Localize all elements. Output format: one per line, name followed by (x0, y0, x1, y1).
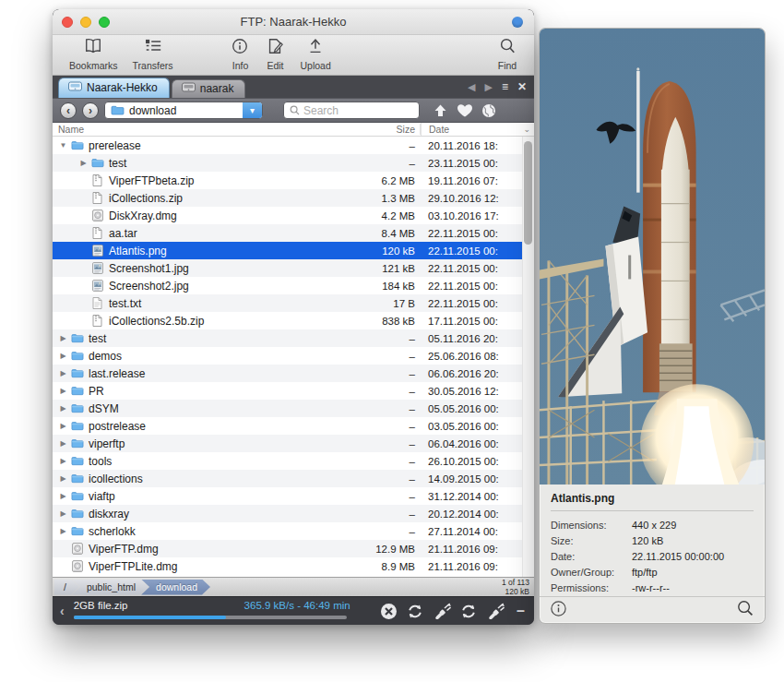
cancel-transfer-button[interactable] (380, 603, 398, 620)
file-date: 26.10.2015 00: (428, 456, 520, 467)
file-row-test-txt[interactable]: test.txt17 B22.11.2015 00: (53, 294, 534, 312)
tab-close-icon[interactable]: ✕ (517, 80, 527, 93)
forward-button[interactable]: › (82, 102, 99, 119)
file-size: – (329, 368, 415, 379)
folder-icon (69, 509, 85, 519)
file-size: 6.2 MB (329, 175, 415, 186)
disclosure-triangle-icon[interactable]: ▶ (77, 159, 89, 167)
sync-all-icon[interactable] (459, 603, 478, 620)
sort-direction-icon[interactable]: ⌄ (523, 125, 530, 134)
tab-history-back-icon[interactable]: ◀ (468, 81, 475, 93)
title-bar[interactable]: FTP: Naarak-Hekko (53, 9, 534, 35)
file-row-icollections-zip[interactable]: iCollections.zip1.3 MB29.10.2016 12: (53, 189, 534, 207)
field-value: 440 x 229 (632, 518, 676, 533)
scrollbar-track[interactable] (522, 137, 534, 577)
file-row-demos[interactable]: ▶demos–25.06.2016 08: (53, 347, 534, 365)
disclosure-triangle-icon[interactable]: ▶ (57, 509, 69, 518)
file-row-viaftp[interactable]: ▶viaftp–31.12.2014 00: (53, 487, 534, 505)
column-date[interactable]: Date (421, 123, 521, 136)
file-size: 120 kB (329, 245, 415, 257)
breadcrumb-segment-public_html[interactable]: public_html (72, 580, 148, 595)
folder-icon (111, 102, 125, 119)
file-row-screenshot1-jpg[interactable]: Screenshot1.jpg121 kB22.11.2015 00: (53, 259, 534, 277)
file-row-screenshot2-jpg[interactable]: Screenshot2.jpg184 kB22.11.2015 00: (53, 277, 534, 294)
tab-history-forward-icon[interactable]: ▶ (484, 81, 492, 93)
file-row-prerelease[interactable]: ▼prerelease–20.11.2016 18: (53, 137, 534, 154)
file-row-scherlokk[interactable]: ▶scherlokk–27.11.2014 00: (53, 522, 534, 540)
tab-naarak-hekko[interactable]: Naarak-Hekko (58, 78, 170, 98)
list-icon (143, 37, 163, 59)
chevron-left-icon[interactable]: ‹ (60, 604, 65, 618)
path-bar: ‹ › download ▾ Search (53, 98, 534, 123)
file-date: 27.11.2014 00: (428, 526, 520, 537)
preview-window: Atlantis.png Dimensions:440 x 229Size:12… (539, 28, 766, 624)
breadcrumb-segment-download[interactable]: download (141, 580, 210, 595)
file-row-test[interactable]: ▶test–23.11.2015 00: (53, 154, 534, 172)
file-row-viperftp[interactable]: ▶viperftp–06.04.2016 00: (53, 435, 534, 452)
file-row-postrelease[interactable]: ▶postrelease–03.05.2016 00: (53, 417, 534, 435)
file-row-icollections[interactable]: ▶icollections–14.09.2015 00: (53, 470, 534, 487)
disclosure-triangle-icon[interactable]: ▶ (57, 334, 69, 342)
file-row-tools[interactable]: ▶tools–26.10.2015 00: (53, 452, 534, 470)
favorites-heart-button[interactable] (457, 103, 473, 118)
file-row-viperftpbeta-zip[interactable]: ViperFTPbeta.zip6.2 MB19.11.2016 07: (53, 172, 534, 189)
file-row-test[interactable]: ▶test–05.11.2016 20: (53, 329, 534, 347)
disconnect-plug-icon[interactable] (486, 603, 505, 620)
file-row-viperftp-dmg[interactable]: ViperFTP.dmg12.9 MB21.11.2016 09: (53, 540, 534, 557)
column-size[interactable]: Size (348, 124, 415, 135)
file-row-pr[interactable]: ▶PR–30.05.2016 12: (53, 382, 534, 400)
info-icon[interactable] (551, 601, 566, 620)
disclosure-triangle-icon[interactable]: ▶ (57, 492, 69, 500)
bookmarks-button[interactable]: Bookmarks (69, 37, 118, 71)
magnifier-icon[interactable] (737, 600, 754, 620)
file-size: – (329, 333, 415, 344)
field-label: Owner/Group: (551, 565, 632, 580)
sync-icon[interactable] (406, 603, 424, 620)
parent-directory-button[interactable] (433, 103, 448, 118)
disclosure-triangle-icon[interactable]: ▶ (57, 439, 69, 448)
find-button[interactable]: Find (497, 37, 517, 71)
disclosure-triangle-icon[interactable]: ▶ (57, 527, 69, 535)
disclosure-triangle-icon[interactable]: ▶ (57, 352, 69, 360)
transfers-button[interactable]: Transfers (133, 37, 173, 71)
connect-plug-icon[interactable] (433, 603, 451, 620)
field-value: 120 kB (632, 533, 663, 549)
field-value: ftp/ftp (632, 565, 658, 580)
collapse-transfers-button[interactable]: – (517, 603, 525, 619)
search-input[interactable]: Search (283, 102, 420, 119)
disclosure-triangle-icon[interactable]: ▶ (57, 422, 69, 430)
directory-dropdown[interactable]: download ▾ (104, 102, 263, 119)
file-list: ▼prerelease–20.11.2016 18:▶test–23.11.20… (53, 137, 534, 577)
file-row-aa-tar[interactable]: aa.tar8.4 MB22.11.2015 00: (53, 224, 534, 242)
file-size: – (329, 386, 415, 397)
info-button[interactable]: Info (230, 37, 250, 71)
preview-field-date: Date:22.11.2015 00:00:00 (551, 549, 754, 565)
disclosure-triangle-icon[interactable]: ▶ (57, 474, 69, 483)
file-row-viperftplite-dmg[interactable]: ViperFTPLite.dmg8.9 MB21.11.2016 09: (53, 557, 534, 575)
tab-naarak[interactable]: naarak (172, 79, 246, 98)
back-button[interactable]: ‹ (60, 102, 77, 119)
scrollbar-thumb[interactable] (524, 141, 532, 245)
dmg-icon (69, 543, 85, 555)
file-row-diskxray[interactable]: ▶diskxray–20.12.2014 00: (53, 505, 534, 522)
file-row-dsym[interactable]: ▶dSYM–05.05.2016 00: (53, 400, 534, 417)
disclosure-triangle-icon[interactable]: ▼ (57, 141, 69, 150)
disclosure-triangle-icon[interactable]: ▶ (57, 457, 69, 465)
disclosure-triangle-icon[interactable]: ▶ (57, 404, 69, 413)
tab-menu-icon[interactable]: ≡ (502, 80, 508, 93)
edit-button[interactable]: Edit (265, 37, 285, 71)
file-row-last-release[interactable]: ▶last.release–06.06.2016 20: (53, 365, 534, 382)
upload-button[interactable]: Upload (300, 37, 330, 71)
file-size: – (329, 509, 415, 520)
file-row-atlantis-png[interactable]: Atlantis.png120 kB22.11.2015 00: (53, 242, 534, 259)
disclosure-triangle-icon[interactable]: ▶ (57, 387, 69, 395)
disclosure-triangle-icon[interactable]: ▶ (57, 369, 69, 377)
toolbar: Bookmarks Transfers Info Edit Upload Fin… (53, 35, 534, 76)
globe-button[interactable] (481, 103, 496, 118)
search-icon (290, 102, 300, 119)
chevron-down-icon[interactable]: ▾ (243, 102, 262, 118)
text-icon (89, 297, 105, 309)
file-row-diskxray-dmg[interactable]: DiskXray.dmg4.2 MB03.10.2016 17: (53, 207, 534, 224)
file-row-icollections2-5b-zip[interactable]: iCollections2.5b.zip838 kB17.11.2015 00: (53, 312, 534, 329)
connection-status-dot (512, 17, 523, 28)
